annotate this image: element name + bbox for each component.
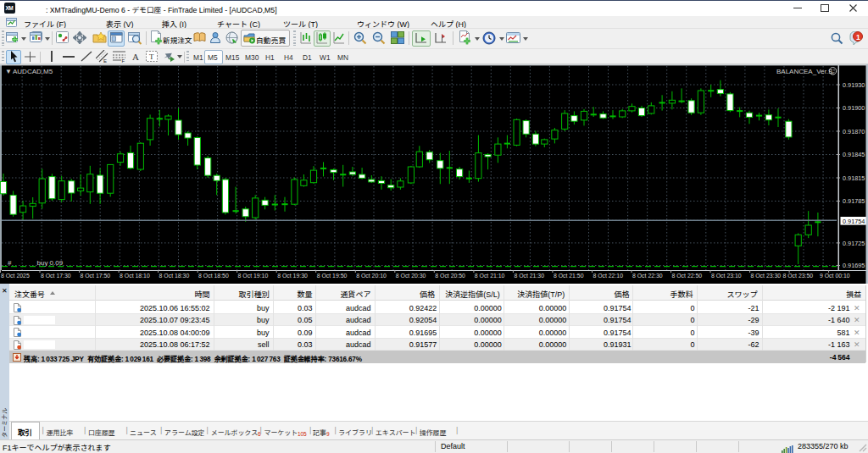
svg-text:0.91785: 0.91785 [843, 197, 865, 205]
svg-text:0.91815: 0.91815 [843, 174, 865, 182]
svg-text:0.91930: 0.91930 [843, 81, 865, 89]
svg-text:F: F [122, 58, 125, 63]
svg-text:8 Oct 18:50: 8 Oct 18:50 [198, 273, 229, 279]
svg-text:0.91754: 0.91754 [843, 218, 865, 225]
svg-text:T: T [149, 52, 154, 61]
svg-text:AUDCAD,M5: AUDCAD,M5 [13, 68, 53, 75]
svg-text:8 Oct 19:10: 8 Oct 19:10 [238, 273, 269, 279]
svg-text:8 Oct 23:30: 8 Oct 23:30 [751, 273, 782, 279]
svg-text:8 Oct 18:30: 8 Oct 18:30 [159, 273, 190, 279]
svg-text:8 Oct 17:50: 8 Oct 17:50 [81, 273, 111, 279]
svg-text:0.91725: 0.91725 [843, 240, 865, 247]
svg-text:8 Oct 22:30: 8 Oct 22:30 [632, 273, 663, 279]
svg-text:buy 0.09: buy 0.09 [37, 259, 64, 267]
svg-text:8 Oct 18:10: 8 Oct 18:10 [120, 273, 150, 279]
svg-text:8 Oct 22:10: 8 Oct 22:10 [593, 273, 623, 279]
svg-text:8 Oct 17:30: 8 Oct 17:30 [41, 273, 71, 279]
svg-text:8 Oct 19:50: 8 Oct 19:50 [317, 273, 348, 279]
svg-text:8 Oct 21:30: 8 Oct 21:30 [514, 273, 544, 279]
svg-text:0.91695: 0.91695 [843, 262, 865, 269]
svg-text:8 Oct 20:50: 8 Oct 20:50 [435, 273, 465, 279]
svg-text:8 Oct 23:50: 8 Oct 23:50 [783, 273, 814, 279]
svg-text:8 Oct 23:10: 8 Oct 23:10 [711, 273, 742, 279]
svg-text:#: # [8, 259, 12, 267]
svg-text:E: E [103, 58, 107, 64]
svg-text:8 Oct 20:10: 8 Oct 20:10 [356, 273, 387, 279]
svg-text:8 Oct 2025: 8 Oct 2025 [1, 273, 30, 279]
svg-text:9 Oct 00:10: 9 Oct 00:10 [820, 273, 850, 279]
svg-text:▼: ▼ [5, 68, 12, 75]
svg-text:0.91900: 0.91900 [843, 104, 865, 112]
svg-text:8 Oct 21:10: 8 Oct 21:10 [475, 273, 505, 279]
svg-text:8 Oct 20:30: 8 Oct 20:30 [396, 273, 426, 279]
svg-text:0.91870: 0.91870 [843, 128, 865, 135]
svg-text:8 Oct 19:30: 8 Oct 19:30 [277, 273, 308, 279]
svg-text:BALANCEA_Ver.S: BALANCEA_Ver.S [776, 68, 832, 75]
svg-text:0.91845: 0.91845 [843, 151, 865, 158]
svg-text:8 Oct 21:50: 8 Oct 21:50 [554, 273, 584, 279]
svg-text:8 Oct 22:50: 8 Oct 22:50 [672, 273, 703, 279]
